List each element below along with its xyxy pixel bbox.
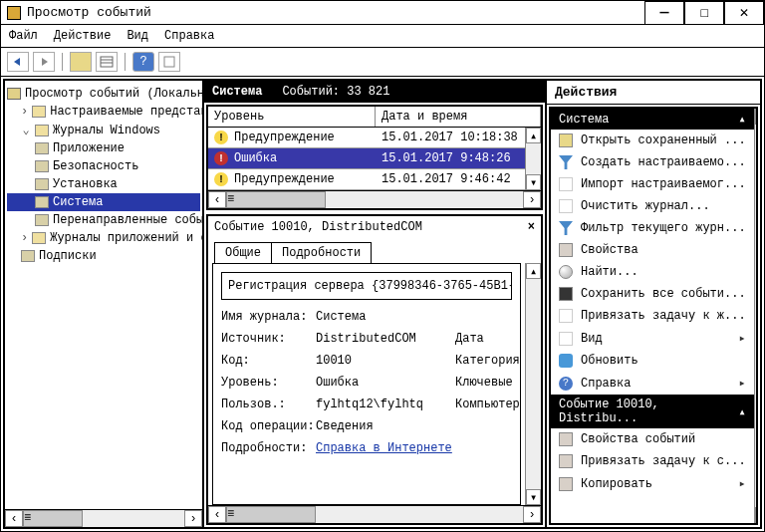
prop-icon (559, 432, 573, 446)
tree-panel: Просмотр событий (Локальный) ›Настраивае… (5, 81, 204, 527)
chevron-right-icon: ▸ (738, 331, 745, 346)
tab-general[interactable]: Общие (214, 242, 272, 263)
action-item[interactable]: Найти... (551, 261, 754, 283)
events-count: Событий: 33 821 (282, 85, 389, 99)
chevron-right-icon: ▸ (738, 476, 745, 491)
event-row[interactable]: !Предупреждение15.01.2017 9:46:42 (208, 169, 525, 190)
action-item[interactable]: Копировать▸ (551, 472, 754, 495)
action-item[interactable]: Создать настраиваемо... (551, 151, 754, 173)
tree-windows-logs[interactable]: ⌄Журналы Windows (7, 121, 200, 139)
action-item[interactable]: ?Справка▸ (551, 372, 754, 395)
list-header: Уровень Дата и время (208, 107, 541, 128)
maximize-button[interactable]: ☐ (684, 1, 724, 25)
action-label: Вид (581, 332, 603, 346)
action-item[interactable]: Сохранить все событи... (551, 283, 754, 305)
action-item[interactable]: Обновить (551, 350, 754, 372)
action-label: Свойства (581, 243, 638, 257)
detail-tabs: Общие Подробности (208, 238, 541, 263)
log-icon (35, 178, 49, 190)
action-label: Сохранить все событи... (581, 287, 746, 301)
detail-body: Регистрация сервера {37998346-3765-45B1-… (212, 263, 521, 505)
copy-icon (559, 477, 573, 491)
action-label: Привязать задачу к с... (581, 454, 746, 468)
prop-icon (559, 243, 573, 257)
scroll-right-icon[interactable]: › (184, 510, 202, 527)
menu-action[interactable]: Действие (54, 29, 112, 43)
event-row-selected[interactable]: !Ошибка15.01.2017 9:48:26 (208, 148, 525, 169)
action-label: Привязать задачу к ж... (581, 309, 746, 323)
action-item[interactable]: Вид▸ (551, 327, 754, 350)
action-label: Открыть сохраненный ... (581, 133, 746, 147)
detail-message: Регистрация сервера {37998346-3765-45B1-… (221, 272, 512, 300)
action-item[interactable]: Очистить журнал... (551, 195, 754, 217)
events-hscroll[interactable]: ‹≡› (208, 190, 541, 208)
detail-vscroll[interactable]: ▴▾ (525, 263, 541, 505)
tree-subscriptions[interactable]: Подписки (7, 247, 200, 265)
tree-log-setup[interactable]: Установка (7, 175, 200, 193)
forward-button[interactable] (33, 52, 55, 72)
scroll-down-icon[interactable]: ▾ (526, 174, 541, 190)
collapse-icon[interactable]: ▴ (738, 112, 745, 127)
scroll-thumb[interactable]: ≡ (23, 510, 83, 527)
tree-custom-views[interactable]: ›Настраиваемые представления (7, 103, 200, 121)
close-button[interactable]: ✕ (724, 1, 764, 25)
tree-log-application[interactable]: Приложение (7, 139, 200, 157)
action-label: Очистить журнал... (581, 199, 710, 213)
back-button[interactable] (7, 52, 29, 72)
actions-body: Система▴Открыть сохраненный ...Создать н… (549, 107, 758, 525)
action-item[interactable]: Фильтр текущего журн... (551, 217, 754, 239)
filter-icon (559, 221, 573, 235)
error-icon: ! (214, 151, 228, 165)
actions-panel: Действия Система▴Открыть сохраненный ...… (547, 81, 760, 527)
action-item[interactable]: Привязать задачу к с... (551, 450, 754, 472)
toolbar-separator (62, 53, 63, 71)
log-icon (35, 160, 49, 172)
list-button[interactable] (96, 52, 118, 72)
help-icon: ? (559, 377, 573, 391)
tab-details[interactable]: Подробности (271, 242, 372, 263)
folder-button[interactable] (70, 52, 92, 72)
action-item[interactable]: Привязать задачу к ж... (551, 305, 754, 327)
actions-list: Система▴Открыть сохраненный ...Создать н… (551, 109, 754, 523)
online-help-link[interactable]: Справка в Интернете (316, 441, 455, 455)
collapse-icon[interactable]: ▴ (738, 404, 745, 419)
tree-app-services[interactable]: ›Журналы приложений и служб (7, 229, 200, 247)
events-vscroll[interactable]: ▴▾ (525, 128, 541, 190)
action-item[interactable]: Открыть сохраненный ... (551, 130, 754, 151)
detail-close-icon[interactable]: × (528, 220, 535, 234)
prop-icon (559, 454, 573, 468)
minimize-button[interactable]: — (644, 1, 684, 25)
col-level[interactable]: Уровень (208, 107, 376, 127)
menu-help[interactable]: Справка (164, 29, 214, 43)
col-date[interactable]: Дата и время (376, 107, 541, 127)
scroll-up-icon[interactable]: ▴ (526, 128, 541, 143)
menu-view[interactable]: Вид (127, 29, 148, 43)
actions-vscroll[interactable]: ▴▾ (754, 109, 758, 523)
detail-titlebar: Событие 10010, DistributedCOM × (208, 216, 541, 238)
scroll-left-icon[interactable]: ‹ (5, 510, 23, 527)
tree-hscroll[interactable]: ‹ ≡ › (5, 509, 202, 527)
content-area: Просмотр событий (Локальный) ›Настраивае… (3, 79, 762, 529)
tree-log-system[interactable]: Система (7, 193, 200, 211)
event-row[interactable]: !Предупреждение15.01.2017 10:18:38 (208, 128, 525, 148)
detail-fields: Имя журнала:Система Источник:Distributed… (221, 310, 512, 455)
tree-log-security[interactable]: Безопасность (7, 157, 200, 175)
action-label: Копировать (581, 477, 652, 491)
toolbar-separator (125, 53, 126, 71)
action-item[interactable]: Свойства (551, 239, 754, 261)
tree-root[interactable]: Просмотр событий (Локальный) (7, 85, 200, 103)
chevron-right-icon: ▸ (738, 376, 745, 391)
action-item[interactable]: Импорт настраиваемог... (551, 173, 754, 195)
menu-file[interactable]: Файл (9, 29, 38, 43)
action-item[interactable]: Свойства событий (551, 428, 754, 450)
detail-hscroll[interactable]: ‹≡› (208, 505, 541, 523)
action-label: Фильтр текущего журн... (581, 221, 746, 235)
help-button[interactable]: ? (132, 52, 154, 72)
tree: Просмотр событий (Локальный) ›Настраивае… (5, 81, 202, 509)
tree-log-forwarded[interactable]: Перенаправленные события (7, 211, 200, 229)
toolbar: ? (1, 48, 764, 77)
refresh-icon (559, 354, 573, 368)
props-button[interactable] (158, 52, 180, 72)
filter-icon (559, 155, 573, 169)
folder-icon (32, 232, 46, 244)
